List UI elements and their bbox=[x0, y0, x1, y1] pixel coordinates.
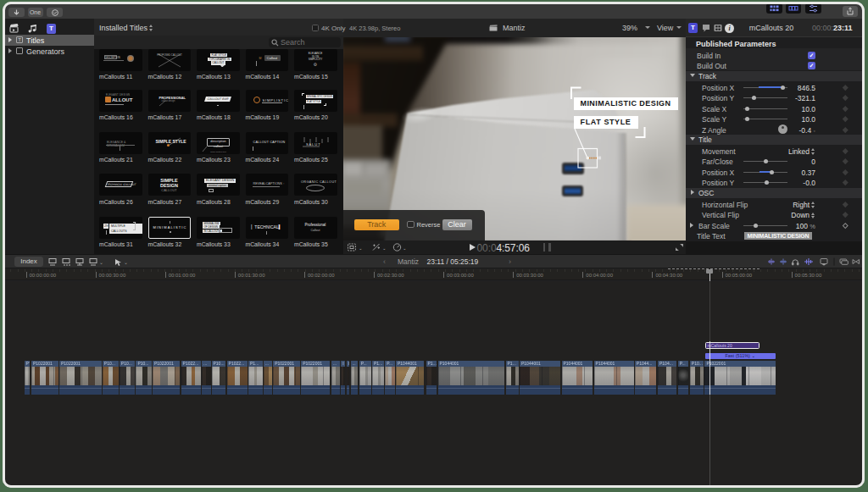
svg-text:⌄: ⌄ bbox=[403, 246, 407, 251]
svg-text:PROPOSED CALLOUT: PROPOSED CALLOUT bbox=[157, 53, 182, 57]
svg-text:⌄: ⌄ bbox=[359, 246, 363, 251]
svg-text:S A L U T: S A L U T bbox=[306, 142, 320, 146]
svg-text:⌄: ⌄ bbox=[382, 246, 387, 251]
svg-text:⌄: ⌄ bbox=[124, 260, 128, 265]
svg-text:⌄: ⌄ bbox=[99, 260, 103, 265]
